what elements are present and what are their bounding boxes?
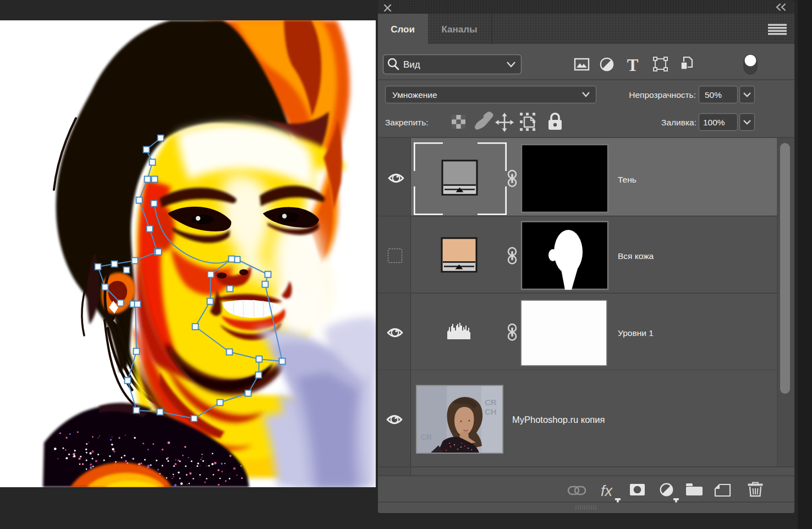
svg-text:fx: fx: [601, 483, 613, 499]
svg-text:Непрозрачность:: Непрозрачность:: [629, 90, 696, 100]
svg-text:Умножение: Умножение: [392, 90, 437, 100]
svg-text:100%: 100%: [703, 118, 725, 127]
svg-text:T: T: [627, 56, 639, 75]
svg-text:Заливка:: Заливка:: [661, 118, 696, 127]
svg-text:Слои: Слои: [391, 24, 415, 35]
svg-text:50%: 50%: [705, 90, 722, 100]
svg-text:Закрепить:: Закрепить:: [385, 118, 429, 127]
svg-text:CH: CH: [485, 407, 497, 416]
svg-text:CR: CR: [485, 398, 497, 407]
svg-text:Тень: Тень: [618, 175, 637, 184]
svg-text:Уровни 1: Уровни 1: [618, 328, 654, 338]
svg-text:Вид: Вид: [403, 59, 420, 70]
svg-text:MyPhotoshop.ru копия: MyPhotoshop.ru копия: [512, 415, 605, 425]
svg-text:CR: CR: [421, 433, 432, 442]
svg-text:Каналы: Каналы: [441, 24, 477, 35]
svg-text:Вся кожа: Вся кожа: [618, 251, 654, 261]
